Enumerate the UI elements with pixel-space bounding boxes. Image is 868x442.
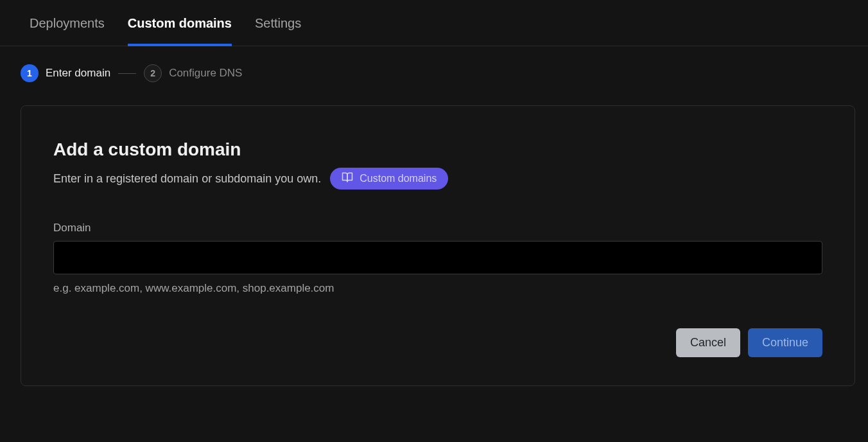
domain-hint: e.g. example.com, www.example.com, shop.… [53, 282, 822, 295]
domain-field-label: Domain [53, 222, 822, 234]
step-1-label: Enter domain [46, 67, 110, 80]
tab-settings[interactable]: Settings [255, 16, 301, 46]
step-enter-domain: 1 Enter domain [21, 64, 110, 82]
docs-custom-domains-button[interactable]: Custom domains [330, 168, 448, 190]
step-divider [118, 73, 136, 74]
stepper: 1 Enter domain 2 Configure DNS [21, 64, 855, 82]
docs-link-label: Custom domains [360, 173, 437, 184]
tabs-nav: Deployments Custom domains Settings [0, 0, 868, 46]
cancel-button[interactable]: Cancel [676, 328, 740, 357]
step-2-label: Configure DNS [169, 67, 242, 80]
button-row: Cancel Continue [53, 328, 822, 357]
step-1-badge: 1 [21, 64, 39, 82]
card-title: Add a custom domain [53, 139, 822, 160]
card-subtitle: Enter in a registered domain or subdomai… [53, 172, 321, 186]
domain-input[interactable] [53, 241, 822, 274]
continue-button[interactable]: Continue [748, 328, 822, 357]
book-icon [342, 172, 353, 186]
content-area: 1 Enter domain 2 Configure DNS Add a cus… [0, 46, 868, 386]
add-domain-card: Add a custom domain Enter in a registere… [21, 105, 855, 386]
step-configure-dns: 2 Configure DNS [144, 64, 242, 82]
card-subtitle-row: Enter in a registered domain or subdomai… [53, 168, 822, 190]
step-2-badge: 2 [144, 64, 162, 82]
tab-deployments[interactable]: Deployments [30, 16, 105, 46]
tab-custom-domains[interactable]: Custom domains [128, 16, 232, 46]
